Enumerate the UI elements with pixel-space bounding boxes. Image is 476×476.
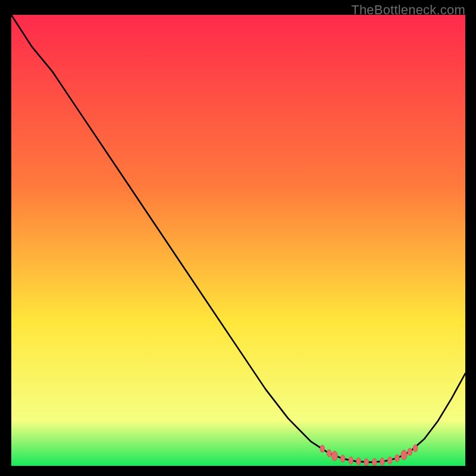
curve-marker xyxy=(320,445,325,452)
curve-marker xyxy=(364,458,369,465)
curve-marker xyxy=(413,444,418,452)
curve-marker xyxy=(401,450,407,460)
curve-marker xyxy=(340,455,345,462)
bottleneck-chart xyxy=(11,15,465,466)
curve-marker xyxy=(356,458,361,465)
curve-marker xyxy=(372,458,377,465)
curve-marker xyxy=(388,457,393,464)
curve-marker xyxy=(380,458,385,465)
curve-marker xyxy=(395,455,400,462)
chart-svg xyxy=(11,15,465,466)
curve-marker xyxy=(327,450,331,457)
curve-marker xyxy=(331,451,337,461)
curve-marker xyxy=(408,448,412,455)
curve-marker xyxy=(349,457,353,464)
gradient-background xyxy=(11,15,465,466)
